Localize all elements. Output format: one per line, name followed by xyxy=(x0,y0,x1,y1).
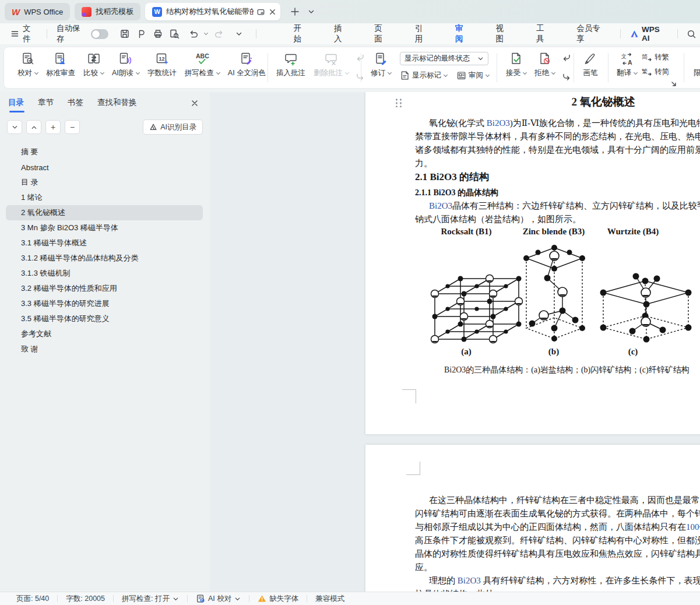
ai-proofread-icon xyxy=(196,594,205,603)
toc-item[interactable]: 3.1.2 稀磁半导体的晶体结构及分类 xyxy=(6,251,203,266)
group-expand-icon[interactable] xyxy=(671,79,677,89)
page-margin-mark xyxy=(406,462,420,475)
document-page-2[interactable]: 在这三种晶体结构中，纤锌矿结构在三者中稳定性最高，因而也是最常见的结 闪锌矿结构… xyxy=(365,445,700,592)
markup-state-dropdown[interactable]: 显示标记的最终状态 xyxy=(400,52,488,65)
menu-view[interactable]: 视图 xyxy=(488,21,519,47)
ai-detect-toc-button[interactable]: AI识别目录 xyxy=(143,119,203,135)
main-menu-button[interactable]: 文件 xyxy=(7,23,41,44)
wps-window: W WPS Office 找稻壳模板 W 结构对称性对氧化铋能带的影 文 xyxy=(0,0,700,605)
toc-item[interactable]: 3.1 稀磁半导体概述 xyxy=(6,235,203,251)
previous-comment-icon[interactable] xyxy=(354,51,367,64)
review-pane-button[interactable]: 审阅 xyxy=(456,71,489,80)
close-tab-icon[interactable] xyxy=(268,6,277,17)
chevron-down-icon xyxy=(234,596,241,602)
heading-chapter2: 2 氧化铋概述 xyxy=(365,95,700,108)
redo-icon[interactable] xyxy=(212,27,226,41)
toc-item[interactable]: 3 Mn 掺杂 Bi2O3 稀磁半导体 xyxy=(6,220,203,235)
wps-ai-button[interactable]: WPS AI xyxy=(627,25,671,43)
menu-page[interactable]: 页面 xyxy=(366,21,397,47)
next-change-icon[interactable] xyxy=(560,71,573,83)
toc-item[interactable]: Abstract xyxy=(6,160,203,175)
tab-document[interactable]: W 结构对称性对氧化铋能带的影 xyxy=(145,3,280,20)
menu-insert[interactable]: 插入 xyxy=(326,21,357,47)
sidebar-tab-bookmarks[interactable]: 书签 xyxy=(68,97,83,111)
ai-polish-button[interactable]: AI 全文润色 xyxy=(224,47,270,78)
next-comment-icon[interactable] xyxy=(354,71,367,83)
word-count-button[interactable]: 12 字数统计 xyxy=(143,47,181,78)
body-line: 钠式八面体结构（岩盐结构），如图所示。 xyxy=(415,213,581,226)
translate-icon: 文A xyxy=(620,51,635,66)
menu-review[interactable]: 审阅 xyxy=(447,21,478,47)
toc-item[interactable]: 3.5 稀磁半导体的研究意义 xyxy=(6,311,203,326)
to-traditional-button[interactable]: 简 转繁 xyxy=(641,52,669,62)
standard-review-button[interactable]: 标准审查 xyxy=(42,47,79,78)
menu-member[interactable]: 会员专享 xyxy=(568,21,614,47)
toc-item-selected[interactable]: 2 氧化铋概述 xyxy=(6,205,203,220)
document-canvas[interactable]: 2 氧化铋概述 氧化铋(化学式 Bi2O3)为Ⅱ-Ⅵ族化合物，是一种传统的具有压… xyxy=(210,92,700,592)
proofread-button[interactable]: 校对 xyxy=(13,47,42,78)
reject-change-button[interactable]: 拒绝 xyxy=(530,47,559,78)
menu-tools[interactable]: 工具 xyxy=(528,21,559,47)
toc-item[interactable]: 参考文献 xyxy=(6,326,203,342)
export-pdf-icon[interactable] xyxy=(134,27,148,41)
spell-check-button[interactable]: ABC 拼写检查 xyxy=(181,47,224,78)
restrict-editing-button[interactable]: 限制编辑 xyxy=(690,47,700,78)
undo-chevron-icon[interactable] xyxy=(204,31,208,35)
collapse-all-button[interactable] xyxy=(26,120,41,134)
delete-comment-button[interactable]: 删除批注 xyxy=(309,47,353,78)
quick-access-chevron-icon[interactable] xyxy=(232,27,246,41)
zoom-in-toc-button[interactable]: + xyxy=(45,120,61,134)
body-line: 理想的 Bi2O3 具有纤锌矿结构，六方对称性，在许多生长条件下，表现为六 xyxy=(429,574,700,588)
toc-item[interactable]: 致 谢 xyxy=(6,342,203,357)
autosave-toggle[interactable] xyxy=(91,29,108,39)
divider xyxy=(608,53,608,82)
menu-reference[interactable]: 引用 xyxy=(407,21,438,47)
compare-button[interactable]: 比较 xyxy=(79,47,108,78)
ai-read-aloud-button[interactable]: AI朗读 xyxy=(108,47,143,78)
spellcheck-status[interactable]: 拼写检查: 打开 xyxy=(114,594,187,604)
toc-item[interactable]: 3.2 稀磁半导体的性质和应用 xyxy=(6,281,203,296)
tab-wps-office[interactable]: W WPS Office xyxy=(5,3,70,20)
toc-item[interactable]: 摘 要 xyxy=(6,145,203,160)
page-indicator[interactable]: 页面: 5/40 xyxy=(8,594,57,604)
accept-change-button[interactable]: 接受 xyxy=(502,47,530,78)
zoom-out-toc-button[interactable]: − xyxy=(65,120,80,134)
previous-change-icon[interactable] xyxy=(560,51,573,64)
figure-sublabel-c: (c) xyxy=(628,347,638,357)
toc-item[interactable]: 3.1.3 铁磁机制 xyxy=(6,266,203,281)
pen-group: 画笔 xyxy=(579,47,602,88)
sidebar-tab-chapters[interactable]: 章节 xyxy=(38,97,54,111)
toc-item[interactable]: 目 录 xyxy=(6,175,203,190)
save-icon[interactable] xyxy=(118,27,132,41)
document-page-1[interactable]: 2 氧化铋概述 氧化铋(化学式 Bi2O3)为Ⅱ-Ⅵ族化合物，是一种传统的具有压… xyxy=(365,92,700,434)
tab-docer-templates[interactable]: 找稻壳模板 xyxy=(75,3,140,20)
expand-all-button[interactable] xyxy=(7,120,22,134)
word-count-indicator[interactable]: 字数: 20005 xyxy=(58,594,113,604)
track-changes-button[interactable]: 修订 xyxy=(367,47,395,78)
show-markup-button[interactable]: 显示标记 xyxy=(400,71,447,80)
menu-home[interactable]: 开始 xyxy=(285,21,316,47)
toc-item[interactable]: 1 绪论 xyxy=(6,190,203,205)
toc-item[interactable]: 3.3 稀磁半导体的研究进展 xyxy=(6,296,203,311)
svg-text:简: 简 xyxy=(642,54,648,60)
ink-pen-button[interactable]: 画笔 xyxy=(579,47,602,78)
tab-list-chevron-icon[interactable] xyxy=(306,6,316,17)
ai-proofread-status[interactable]: AI 校对 xyxy=(188,594,249,604)
float-window-icon[interactable] xyxy=(256,6,265,17)
autosave-label: 自动保存 xyxy=(57,23,86,44)
sidebar-tab-contents[interactable]: 目录 xyxy=(8,97,24,111)
markup-state-value: 显示标记的最终状态 xyxy=(404,54,470,64)
translate-button[interactable]: 文A 翻译 xyxy=(613,47,641,78)
insert-comment-button[interactable]: 插入批注 xyxy=(272,47,309,78)
new-tab-icon[interactable] xyxy=(290,6,300,17)
to-simplified-button[interactable]: 繁 转简 xyxy=(641,67,669,77)
sidebar-tab-find-replace[interactable]: 查找和替换 xyxy=(97,97,137,111)
missing-font-warning[interactable]: 缺失字体 xyxy=(249,594,307,604)
print-icon[interactable] xyxy=(150,27,164,41)
search-icon[interactable] xyxy=(685,27,699,41)
ai-read-aloud-icon xyxy=(118,51,133,66)
print-preview-icon[interactable] xyxy=(167,27,181,41)
close-sidebar-icon[interactable] xyxy=(189,97,200,109)
undo-icon[interactable] xyxy=(186,27,200,41)
accept-change-icon xyxy=(509,51,524,66)
